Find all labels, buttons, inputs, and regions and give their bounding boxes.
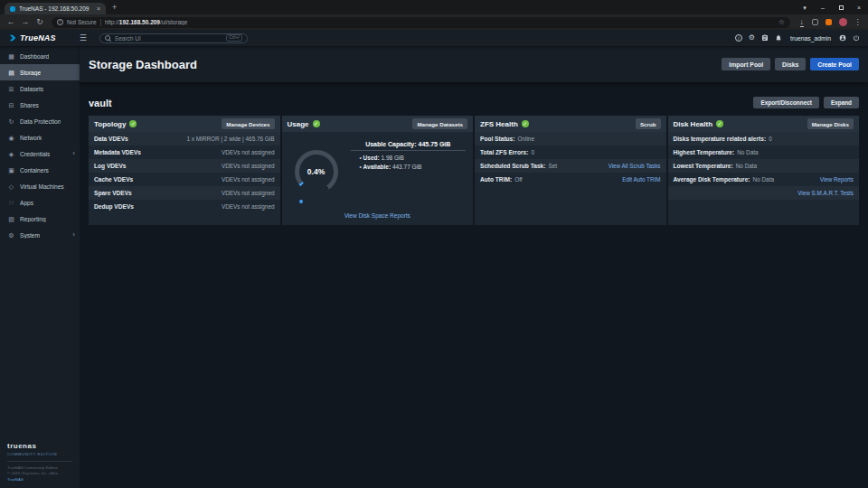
usage-gauge: 0.4% xyxy=(289,136,344,206)
search-icon xyxy=(105,35,111,42)
manage-datasets-button[interactable]: Manage Datasets xyxy=(412,118,467,129)
zfs-health-title: ZFS Health xyxy=(480,120,518,128)
zfs-health-card: ZFS Health ✓ Scrub Pool Status:Online To… xyxy=(475,116,666,225)
new-tab-button[interactable]: + xyxy=(112,4,117,12)
browser-tabstrip: TrueNAS - 192.168.50.209 × + ▾ – × xyxy=(0,0,868,14)
browser-tab[interactable]: TrueNAS - 192.168.50.209 × xyxy=(5,3,106,14)
data-protection-icon: ↻ xyxy=(7,118,15,125)
not-secure-icon[interactable]: ! xyxy=(57,19,63,25)
zfs-card-header: ZFS Health ✓ Scrub xyxy=(475,116,666,132)
jobs-clipboard-icon[interactable] xyxy=(761,34,769,42)
divider xyxy=(7,461,72,462)
import-pool-button[interactable]: Import Pool xyxy=(722,58,770,70)
power-icon[interactable] xyxy=(853,34,860,42)
gauge-marker-dot xyxy=(299,200,303,203)
sidebar-item-containers[interactable]: ▣Containers xyxy=(0,162,80,178)
sidebar-item-system[interactable]: ⚙System› xyxy=(0,227,80,243)
scrub-button[interactable]: Scrub xyxy=(636,118,661,129)
chevron-right-icon: › xyxy=(72,231,75,239)
forward-button[interactable]: → xyxy=(19,18,32,26)
table-row: Dedup VDEVsVDEVs not assigned xyxy=(89,200,280,213)
security-label: Not Secure xyxy=(67,19,97,25)
browser-menu-kebab-icon[interactable]: ⋮ xyxy=(852,19,863,26)
username-label: truenas_admin xyxy=(790,35,831,42)
view-disk-space-reports-link[interactable]: View Disk Space Reports xyxy=(282,206,474,225)
hamburger-menu-icon[interactable]: ☰ xyxy=(80,34,87,42)
usage-card-header: Usage ✓ Manage Datasets xyxy=(282,116,474,132)
table-row: Spare VDEVsVDEVs not assigned xyxy=(89,186,280,200)
sidebar-item-credentials[interactable]: ◈Credentials› xyxy=(0,145,80,162)
search-box[interactable]: Ctrl+/ xyxy=(99,33,248,43)
healthy-check-icon: ✓ xyxy=(716,120,723,127)
pool-cards: Topology ✓ Manage Devices Data VDEVs1 x … xyxy=(89,116,859,225)
screen: TrueNAS - 192.168.50.209 × + ▾ – × ← → ↻… xyxy=(0,0,868,488)
usage-stats: Usable Capacity: 445.75 GiB Used: 1.98 G… xyxy=(351,136,467,206)
topology-card-header: Topology ✓ Manage Devices xyxy=(89,116,280,132)
truenas-topbar: TrueNAS ☰ Ctrl+/ i ⚙ truenas_admin xyxy=(0,30,868,46)
disks-button[interactable]: Disks xyxy=(775,58,806,70)
table-row: View S.M.A.R.T. Tests xyxy=(668,186,860,200)
zfs-rows: Pool Status:Online Total ZFS Errors:0 Sc… xyxy=(475,132,666,186)
usage-title: Usage xyxy=(288,120,309,128)
edition-label: COMMUNITY EDITION xyxy=(7,452,72,456)
reload-button[interactable]: ↻ xyxy=(33,18,46,26)
browser-profile-avatar[interactable] xyxy=(839,18,847,26)
sidebar-item-reporting[interactable]: ▨Reporting xyxy=(0,211,80,227)
tab-search-icon[interactable]: ▾ xyxy=(796,5,814,11)
back-button[interactable]: ← xyxy=(5,18,17,26)
close-window-button[interactable]: × xyxy=(850,5,868,11)
manage-disks-button[interactable]: Manage Disks xyxy=(807,118,854,129)
table-row: Log VDEVsVDEVs not assigned xyxy=(89,159,280,173)
usage-percent: 0.4% xyxy=(289,136,344,206)
search-input[interactable] xyxy=(115,35,222,42)
sidebar-item-data-protection[interactable]: ↻Data Protection xyxy=(0,113,80,129)
tab-close-icon[interactable]: × xyxy=(97,5,100,12)
download-icon[interactable]: ↓ xyxy=(796,19,807,26)
bookmark-star-icon[interactable]: ☆ xyxy=(778,19,785,26)
view-reports-link[interactable]: View Reports xyxy=(820,176,854,183)
extension-icon[interactable] xyxy=(812,19,818,25)
maximize-button[interactable] xyxy=(832,5,850,11)
truenas-logo[interactable]: TrueNAS xyxy=(8,33,56,42)
view-all-scrub-tasks-link[interactable]: View All Scrub Tasks xyxy=(609,163,661,169)
sidebar-item-virtual-machines[interactable]: ◇Virtual Machines xyxy=(0,178,80,194)
content: vault Export/Disconnect Expand Topology … xyxy=(80,82,868,488)
main-area: Storage Dashboard Import Pool Disks Crea… xyxy=(80,46,868,488)
page-header: Storage Dashboard Import Pool Disks Crea… xyxy=(80,46,868,82)
expand-button[interactable]: Expand xyxy=(824,97,859,108)
view-smart-tests-link[interactable]: View S.M.A.R.T. Tests xyxy=(797,190,854,196)
virtual-machines-icon: ◇ xyxy=(7,183,15,190)
disk-rows: Disks temperature related alerts:0 Highe… xyxy=(668,132,860,200)
sidebar-item-datasets[interactable]: ☰Datasets xyxy=(0,80,80,97)
divider xyxy=(100,19,101,26)
window-controls: ▾ – × xyxy=(796,0,868,14)
extension-orange-icon[interactable] xyxy=(826,19,832,25)
sidebar-item-apps[interactable]: ∷Apps xyxy=(0,194,80,211)
used-stat: Used: 1.98 GiB xyxy=(360,155,467,161)
manage-devices-button[interactable]: Manage Devices xyxy=(222,118,274,129)
settings-gear-icon[interactable]: ⚙ xyxy=(749,34,755,42)
sidebar-item-storage[interactable]: ▤Storage xyxy=(0,64,80,80)
sidebar-item-dashboard[interactable]: ▦Dashboard xyxy=(0,48,80,64)
table-row: Pool Status:Online xyxy=(475,132,666,145)
minimize-button[interactable]: – xyxy=(814,5,832,11)
user-avatar-icon[interactable] xyxy=(839,34,846,42)
sidebar-item-shares[interactable]: ⊟Shares xyxy=(0,97,80,113)
table-row: Lowest Temperature:No Data xyxy=(668,159,860,173)
export-disconnect-button[interactable]: Export/Disconnect xyxy=(753,97,818,108)
chevron-right-icon: › xyxy=(72,150,75,157)
alerts-bell-icon[interactable] xyxy=(775,34,782,42)
info-icon[interactable]: i xyxy=(735,34,742,42)
create-pool-button[interactable]: Create Pool xyxy=(810,58,859,70)
edit-auto-trim-link[interactable]: Edit Auto TRIM xyxy=(622,176,660,183)
sidebar-item-network[interactable]: ◉Network xyxy=(0,129,80,145)
app-body: ▦Dashboard ▤Storage ☰Datasets ⊟Shares ↻D… xyxy=(0,46,868,488)
usage-body: 0.4% Usable Capacity: 445.75 GiB Used: 1… xyxy=(282,132,474,206)
disk-health-card: Disk Health ✓ Manage Disks Disks tempera… xyxy=(668,116,860,225)
system-icon: ⚙ xyxy=(7,232,15,239)
shares-icon: ⊟ xyxy=(7,102,15,108)
address-bar[interactable]: ! Not Secure http://192.168.50.209/ui/st… xyxy=(52,17,790,28)
truenas-logo-icon xyxy=(8,33,17,42)
truenas-link[interactable]: TrueNAS xyxy=(7,477,24,482)
sidebar-footer: truenas COMMUNITY EDITION TrueNAS Commun… xyxy=(0,436,80,488)
